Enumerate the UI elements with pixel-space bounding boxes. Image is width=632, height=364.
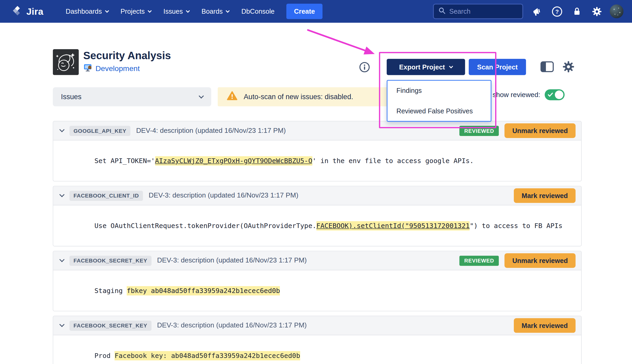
chevron-down-icon [449, 64, 453, 68]
page-title: Security Analysis [83, 49, 171, 62]
finding-type-badge: FACEBOOK_SECRET_KEY [69, 255, 151, 266]
lock-icon[interactable] [569, 4, 584, 19]
export-project-label: Export Project [399, 63, 445, 71]
reviewed-badge: REVIEWED [459, 255, 499, 266]
collapse-chevron-icon[interactable] [59, 192, 65, 197]
collapse-chevron-icon[interactable] [59, 257, 65, 262]
nav-boards[interactable]: Boards [195, 0, 235, 23]
chevron-down-icon [199, 93, 204, 98]
chevron-down-icon [226, 8, 230, 12]
nav-item-label: Boards [201, 8, 223, 15]
finding-description: Set API_TOKEN='AIzaSyCLWjZ0_ETxgPOxH-gQY… [53, 140, 581, 181]
annotation-arrow [301, 23, 390, 68]
finding-type-badge: FACEBOOK_SECRET_KEY [69, 320, 151, 331]
finding-card: GOOGLE_API_KEY DEV-4: description (updat… [53, 121, 582, 181]
secret-highlight: fbkey ab048ad50ffa33959a242b1ecec6ed0b [127, 286, 280, 295]
export-dropdown-menu: Findings Reviewed False Positives [387, 80, 491, 122]
scan-project-button[interactable]: Scan Project [469, 59, 526, 75]
unmark-reviewed-button[interactable]: Unmark reviewed [505, 123, 576, 138]
warning-text: Auto-scan of new issues: disabled. [244, 93, 353, 101]
menu-item-reviewed-false-positives[interactable]: Reviewed False Positives [387, 101, 491, 121]
page: Jira Dashboards Projects Issues Boards D… [0, 0, 632, 364]
info-icon[interactable] [359, 62, 370, 74]
global-search[interactable] [433, 4, 523, 19]
finding-card: FACEBOOK_CLIENT_ID DEV-3: description (u… [53, 186, 582, 246]
finding-title: DEV-3: description (updated 16/Nov/23 1:… [157, 256, 307, 265]
description-segment: Staging [94, 287, 127, 295]
finding-description: Prod Facebook key: ab048ad50ffa33959a242… [53, 335, 581, 364]
show-reviewed-toggle[interactable] [545, 89, 565, 100]
development-category-icon [83, 64, 92, 73]
export-project-button[interactable]: Export Project [387, 59, 465, 75]
secret-highlight: AIzaSyCLWjZ0_ETxgPOxH-gQYT9ODeWcBBZU5-Q [155, 156, 312, 165]
nav-item-label: Projects [121, 8, 145, 15]
project-avatar [53, 49, 79, 75]
finding-title: DEV-4: description (updated 16/Nov/23 1:… [136, 127, 286, 135]
nav-issues[interactable]: Issues [157, 0, 196, 23]
finding-card: FACEBOOK_SECRET_KEY DEV-3: description (… [53, 251, 582, 311]
finding-description: Use OAuthClientRequest.tokenProvider(OAu… [53, 205, 581, 246]
nav-item-label: Issues [163, 8, 183, 15]
mark-reviewed-button[interactable]: Mark reviewed [514, 188, 575, 203]
description-segment: ' in the env file to access google APIs. [312, 157, 474, 165]
warning-icon [227, 91, 238, 103]
nav-item-label: DbConsole [241, 8, 275, 15]
description-segment: Set API_TOKEN=' [94, 157, 155, 165]
nav-item-label: Dashboards [66, 8, 102, 15]
search-input[interactable] [449, 8, 518, 15]
finding-type-badge: GOOGLE_API_KEY [69, 126, 131, 136]
finding-header: GOOGLE_API_KEY DEV-4: description (updat… [53, 121, 581, 140]
search-icon [438, 7, 446, 16]
chevron-down-icon [105, 8, 109, 12]
reviewed-badge: REVIEWED [459, 126, 499, 136]
svg-text:?: ? [555, 8, 559, 15]
development-link[interactable]: Development [96, 64, 140, 73]
issues-filter-value: Issues [61, 93, 81, 101]
details-panel-icon[interactable] [540, 61, 554, 74]
collapse-chevron-icon[interactable] [59, 127, 65, 132]
secret-highlight: Facebook key: ab048ad50ffa33959a242b1ece… [115, 351, 300, 360]
description-segment: Use OAuthClientRequest.tokenProvider(OAu… [94, 222, 316, 230]
finding-description: Staging fbkey ab048ad50ffa33959a242b1ece… [53, 270, 581, 311]
jira-logo[interactable]: Jira [12, 5, 43, 17]
gear-icon[interactable] [589, 4, 604, 19]
finding-title: DEV-3: description (updated 16/Nov/23 1:… [157, 321, 307, 330]
collapse-chevron-icon[interactable] [59, 322, 65, 327]
findings-list: GOOGLE_API_KEY DEV-4: description (updat… [53, 121, 582, 364]
top-navigation-bar: Jira Dashboards Projects Issues Boards D… [0, 0, 632, 23]
user-avatar[interactable] [609, 4, 624, 19]
help-icon[interactable]: ? [550, 4, 564, 19]
finding-header: FACEBOOK_SECRET_KEY DEV-3: description (… [53, 251, 581, 270]
chevron-down-icon [148, 8, 152, 12]
mark-reviewed-button[interactable]: Mark reviewed [514, 318, 575, 333]
nav-projects[interactable]: Projects [115, 0, 157, 23]
create-button[interactable]: Create [286, 4, 323, 19]
nav-dashboards[interactable]: Dashboards [59, 0, 114, 23]
finding-title: DEV-3: description (updated 16/Nov/23 1:… [149, 191, 298, 200]
nav-dbconsole[interactable]: DbConsole [235, 0, 281, 23]
settings-gear-icon[interactable] [562, 60, 575, 75]
check-icon [548, 92, 553, 97]
description-segment: ") to access to FB APIs [470, 222, 563, 230]
finding-header: FACEBOOK_SECRET_KEY DEV-3: description (… [53, 316, 581, 335]
unmark-reviewed-button[interactable]: Unmark reviewed [505, 253, 576, 268]
jira-logo-icon [12, 5, 23, 17]
issues-filter-select[interactable]: Issues [53, 87, 211, 107]
finding-type-badge: FACEBOOK_CLIENT_ID [69, 190, 143, 201]
secret-highlight: FACEBOOK).setClientId("950513172001321 [316, 221, 470, 230]
description-segment: Prod [94, 352, 115, 360]
auto-scan-warning: Auto-scan of new issues: disabled. [218, 87, 413, 107]
announcement-icon[interactable] [530, 4, 544, 19]
toggle-knob [555, 90, 563, 99]
jira-logo-text: Jira [26, 6, 43, 17]
chevron-down-icon [186, 8, 190, 12]
finding-card: FACEBOOK_SECRET_KEY DEV-3: description (… [53, 316, 582, 364]
finding-header: FACEBOOK_CLIENT_ID DEV-3: description (u… [53, 186, 581, 205]
menu-item-findings[interactable]: Findings [387, 81, 491, 101]
